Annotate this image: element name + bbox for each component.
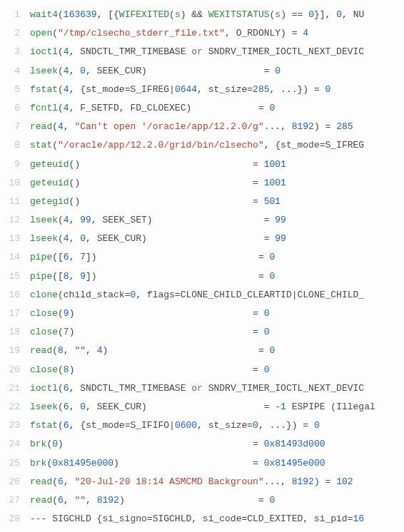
- token-num: 16: [353, 513, 364, 524]
- line-number: 20: [0, 361, 20, 379]
- line-number: 18: [0, 323, 20, 342]
- token-pl: ESPIPE (Illegal: [286, 401, 381, 412]
- code-line: fstat(6, {st_mode=S_IFIFO|0600, st_size=…: [30, 416, 404, 435]
- line-number: 11: [0, 193, 20, 211]
- token-pl: , SNDCTL_TMR_TIMEBASE: [69, 383, 192, 394]
- token-pl: , flags=CLONE_CHILD_CLEARTID|CLONE_CHILD…: [136, 290, 364, 300]
- line-number: 19: [0, 342, 20, 360]
- token-fn: read: [30, 121, 52, 132]
- token-pl: ) ==: [281, 9, 308, 20]
- token-num: 6: [58, 476, 64, 487]
- line-number: 9: [0, 155, 20, 174]
- token-num: 4: [64, 84, 69, 95]
- code-line: wait4(163639, [{WIFEXITED(s) && WEXITSTA…: [30, 6, 404, 24]
- line-number: 23: [0, 416, 20, 435]
- token-pl: (: [58, 401, 64, 412]
- line-number: 26: [0, 473, 20, 491]
- code-line: fstat(4, {st_mode=S_IFREG|0644, st_size=…: [30, 81, 404, 99]
- token-num: 8: [64, 364, 69, 375]
- line-number: 27: [0, 491, 20, 510]
- code-line: pipe([6, 7]) = 0: [30, 248, 404, 267]
- code-line: close(7) = 0: [30, 323, 404, 342]
- token-pl: (child_stack=: [58, 290, 130, 300]
- token-pl: ,: [64, 476, 75, 487]
- token-num: 0644: [175, 84, 197, 95]
- token-num: 6: [64, 420, 69, 431]
- token-num: 0: [264, 364, 270, 375]
- token-fn: close: [30, 308, 58, 319]
- token-num: 102: [336, 476, 353, 487]
- token-fn: brk: [30, 458, 46, 469]
- token-pl: (: [58, 103, 64, 113]
- code-line: lseek(6, 0, SEEK_CUR) = -1 ESPIPE (Illeg…: [30, 398, 404, 416]
- token-num: 0600: [175, 420, 197, 431]
- token-pl: () =: [69, 196, 264, 207]
- token-num: 0: [80, 233, 86, 244]
- token-num: 0: [80, 66, 86, 76]
- token-num: 7: [80, 252, 86, 262]
- token-fn: stat: [30, 140, 52, 150]
- token-pl: ) =: [69, 327, 264, 337]
- token-fn: read: [30, 345, 52, 356]
- token-fn: clone: [30, 290, 58, 300]
- token-fn: WIFEXITED: [119, 9, 169, 20]
- token-num: 6: [58, 495, 64, 506]
- token-pl: (: [52, 476, 58, 487]
- token-num: 0: [336, 9, 342, 20]
- token-pl: ) =: [69, 308, 264, 319]
- token-num: 0: [314, 420, 320, 431]
- line-number: 28: [0, 510, 20, 528]
- token-fn: close: [30, 364, 58, 375]
- token-pl: ) =: [69, 364, 264, 375]
- token-num: 1: [281, 401, 286, 412]
- code-line: read(6, "", 8192) = 0: [30, 491, 404, 510]
- token-str: "": [74, 495, 86, 506]
- token-num: 4: [64, 233, 69, 244]
- code-line: ioctl(4, SNDCTL_TMR_TIMEBASE or SNDRV_TI…: [30, 43, 404, 61]
- code-line: read(6, "20-Jul-20 18:14 ASMCMD Backgrou…: [30, 473, 404, 491]
- token-pl: ,: [69, 66, 81, 76]
- token-pl: ,: [69, 233, 81, 244]
- token-fn: WEXITSTATUS: [208, 9, 270, 20]
- token-pl: ) =: [58, 439, 264, 449]
- code-content[interactable]: wait4(163639, [{WIFEXITED(s) && WEXITSTA…: [24, 0, 404, 532]
- token-fn: wait4: [30, 9, 58, 20]
- token-kw: or: [191, 46, 203, 57]
- token-pl: ) =: [102, 345, 269, 356]
- token-pl: (: [52, 121, 58, 132]
- code-line: lseek(4, 0, SEEK_CUR) = 0: [30, 62, 404, 81]
- token-num: 285: [253, 84, 269, 95]
- token-fn: read: [30, 476, 52, 487]
- token-num: 4: [303, 28, 308, 39]
- token-pl: ) =: [119, 495, 270, 506]
- token-pl: ...,: [264, 121, 292, 132]
- code-line: clone(child_stack=0, flags=CLONE_CHILD_C…: [30, 286, 404, 305]
- token-pl: (: [169, 9, 175, 20]
- token-pl: , [{: [97, 9, 119, 20]
- token-num: 0: [264, 308, 270, 319]
- token-str: "20-Jul-20 18:14 ASMCMD Backgroun": [74, 476, 263, 487]
- token-pl: ([: [52, 271, 64, 282]
- token-pl: , {st_mode=S_IFREG|: [69, 84, 175, 95]
- token-num: 0: [270, 271, 276, 282]
- code-line: brk(0x81495e000) = 0x81495e000: [30, 454, 404, 473]
- token-pl: , {st_mode=S_IFREG: [264, 140, 364, 150]
- token-pl: , NU: [342, 9, 364, 20]
- token-pl: ) =: [314, 121, 336, 132]
- token-pl: }],: [314, 9, 336, 20]
- token-num: 0: [270, 495, 276, 506]
- token-pl: (: [58, 327, 64, 337]
- line-number: 6: [0, 99, 20, 118]
- code-line: pipe([8, 9]) = 0: [30, 267, 404, 286]
- code-line: close(8) = 0: [30, 361, 404, 379]
- token-fn: read: [30, 495, 52, 506]
- token-fn: pipe: [30, 252, 52, 262]
- token-num: 0: [52, 439, 58, 449]
- token-num: 0x81493d000: [264, 439, 325, 449]
- code-line: getegid() = 501: [30, 193, 404, 211]
- token-num: 4: [64, 103, 69, 113]
- token-fn: close: [30, 327, 58, 337]
- token-fn: fcntl: [30, 103, 58, 113]
- token-fn: geteuid: [30, 159, 69, 170]
- token-num: 0: [275, 66, 281, 76]
